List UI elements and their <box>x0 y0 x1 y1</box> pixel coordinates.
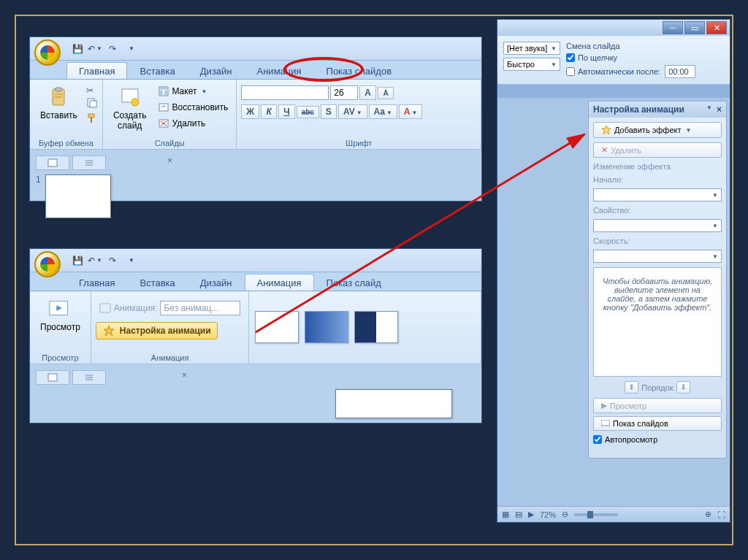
sorter-view-icon[interactable]: ▤ <box>515 510 522 519</box>
outline-tab-icon-2[interactable] <box>72 370 106 385</box>
on-click-label: По щелчку <box>578 53 617 62</box>
group-preview: Просмотр Просмотр <box>30 291 91 364</box>
tab-animation-2[interactable]: Анимация <box>245 274 314 291</box>
property-select[interactable]: ▼ <box>593 219 722 232</box>
transition-speed-select[interactable]: Быстро▼ <box>503 58 560 71</box>
custom-animation-button[interactable]: Настройка анимации <box>96 322 218 340</box>
show-view-icon[interactable]: ▶ <box>528 510 534 519</box>
start-select[interactable]: ▼ <box>593 188 722 202</box>
slides-tab-icon[interactable] <box>36 156 69 170</box>
svg-rect-26 <box>48 374 57 381</box>
change-case-button[interactable]: Aa▼ <box>369 104 397 119</box>
preview-icon <box>48 297 72 321</box>
redo-icon[interactable]: ↷ <box>106 42 119 55</box>
move-down-button[interactable]: ⬇ <box>676 381 690 394</box>
remove-effect-button[interactable]: ✕ Удалить <box>593 142 722 158</box>
transition-fade[interactable] <box>305 311 348 343</box>
grow-font-button[interactable]: A <box>359 85 376 100</box>
shrink-font-button[interactable]: A <box>378 87 394 99</box>
spacing-label: AV <box>343 107 355 117</box>
tab-design-2[interactable]: Дизайн <box>188 274 245 291</box>
copy-icon[interactable] <box>86 97 98 111</box>
group-clipboard: Вставить ✂ Буфер обмена <box>30 80 103 149</box>
tab-insert[interactable]: Вставка <box>127 62 187 79</box>
italic-button[interactable]: К <box>261 104 277 119</box>
office-button-2[interactable] <box>34 251 61 277</box>
auto-time-input[interactable]: 00:00 <box>665 65 695 78</box>
svg-rect-13 <box>164 91 167 95</box>
qat-dropdown-icon-2[interactable]: ▼ <box>125 254 138 267</box>
slide-preview-2 <box>335 389 452 418</box>
taskpane-close-icon[interactable]: × <box>717 104 722 115</box>
close-pane-icon[interactable]: × <box>167 156 172 170</box>
add-effect-button[interactable]: Добавить эффект▼ <box>593 122 722 138</box>
paste-button[interactable]: Вставить <box>34 83 83 123</box>
shadow-button[interactable]: S <box>321 104 337 119</box>
slides-tab-icon-2[interactable] <box>36 370 69 385</box>
reset-button[interactable]: Восстановить <box>155 100 232 115</box>
underline-button[interactable]: Ч <box>278 104 294 119</box>
preview-button[interactable]: Просмотр <box>34 294 86 335</box>
font-size-select[interactable]: 26 <box>330 85 358 100</box>
zoom-slider[interactable] <box>574 513 618 516</box>
undo-icon[interactable]: ↶▼ <box>88 42 102 55</box>
outline-tab-icon[interactable] <box>72 156 106 170</box>
minimize-button[interactable]: ─ <box>663 21 683 34</box>
zoom-out-icon[interactable]: ⊖ <box>562 510 568 519</box>
cut-icon[interactable]: ✂ <box>86 85 98 96</box>
tab-home-2[interactable]: Главная <box>66 274 127 291</box>
save-icon[interactable]: 💾 <box>71 42 84 55</box>
bold-button[interactable]: Ж <box>241 104 259 119</box>
normal-view-icon[interactable]: ▦ <box>502 510 509 519</box>
tab-insert-2[interactable]: Вставка <box>127 274 187 291</box>
close-button[interactable]: ✕ <box>706 21 727 34</box>
qat-dropdown-icon[interactable]: ▼ <box>125 42 138 55</box>
transition-heading: Смена слайда <box>566 42 695 50</box>
ribbon: Вставить ✂ Буфер обмена <box>30 80 481 150</box>
slideshow-button[interactable]: Показ слайдов <box>593 416 722 431</box>
office-button[interactable] <box>34 39 61 66</box>
taskpane-menu-icon[interactable]: ▼ <box>706 104 712 115</box>
zoom-in-icon[interactable]: ⊕ <box>705 510 711 519</box>
svg-marker-25 <box>104 326 114 336</box>
tab-design[interactable]: Дизайн <box>188 62 245 79</box>
tab-slideshow-2[interactable]: Показ слайд <box>314 274 394 291</box>
new-slide-button[interactable]: Создать слайд <box>107 83 153 134</box>
remove-icon: ✕ <box>601 145 608 155</box>
move-up-button[interactable]: ⬆ <box>625 381 638 394</box>
maximize-button[interactable]: ▭ <box>684 21 705 34</box>
autoplay-label: Автопросмотр <box>605 435 657 444</box>
format-painter-icon[interactable] <box>86 112 98 126</box>
fit-icon[interactable]: ⛶ <box>717 510 725 519</box>
start-label: Начало: <box>593 175 722 184</box>
group-animation-label: Анимация <box>96 352 245 364</box>
tab-home[interactable]: Главная <box>66 62 127 79</box>
status-bar: ▦ ▤ ▶ 72% ⊖ ⊕ ⛶ <box>497 506 730 522</box>
redo-icon-2[interactable]: ↷ <box>106 254 119 267</box>
layout-button[interactable]: Макет▼ <box>155 84 232 99</box>
titlebar: 💾 ↶▼ ↷ ▼ <box>30 37 481 61</box>
panel-main-ribbon: 💾 ↶▼ ↷ ▼ Главная Вставка Дизайн Анимация… <box>29 37 482 202</box>
auto-after-checkbox[interactable]: Автоматически после: 00:00 <box>566 65 695 78</box>
on-click-checkbox[interactable]: По щелчку <box>566 53 695 62</box>
speed-select[interactable]: ▼ <box>593 250 722 263</box>
spacing-button[interactable]: AV▼ <box>338 104 367 119</box>
undo-icon-2[interactable]: ↶▼ <box>88 254 102 267</box>
group-clipboard-label: Буфер обмена <box>34 137 98 149</box>
font-color-button[interactable]: A▼ <box>399 104 423 119</box>
play-button[interactable]: ▶ Просмотр <box>593 398 722 413</box>
slide-thumbnail-1[interactable] <box>45 174 111 218</box>
svg-point-9 <box>131 99 139 106</box>
delete-button[interactable]: Удалить <box>155 116 232 131</box>
strike-button[interactable]: abc <box>297 106 319 118</box>
close-pane-icon-2[interactable]: × <box>182 370 187 385</box>
transition-none[interactable] <box>255 311 299 343</box>
transition-sound-select[interactable]: [Нет звука]▼ <box>503 42 560 55</box>
animation-preset-select[interactable]: Без анимац... <box>160 301 240 315</box>
font-name-select[interactable] <box>241 85 329 100</box>
transition-cut[interactable] <box>354 311 398 343</box>
save-icon-2[interactable]: 💾 <box>71 254 84 267</box>
svg-rect-14 <box>159 104 168 111</box>
autoplay-checkbox[interactable]: Автопросмотр <box>593 435 722 444</box>
svg-rect-7 <box>91 118 92 123</box>
